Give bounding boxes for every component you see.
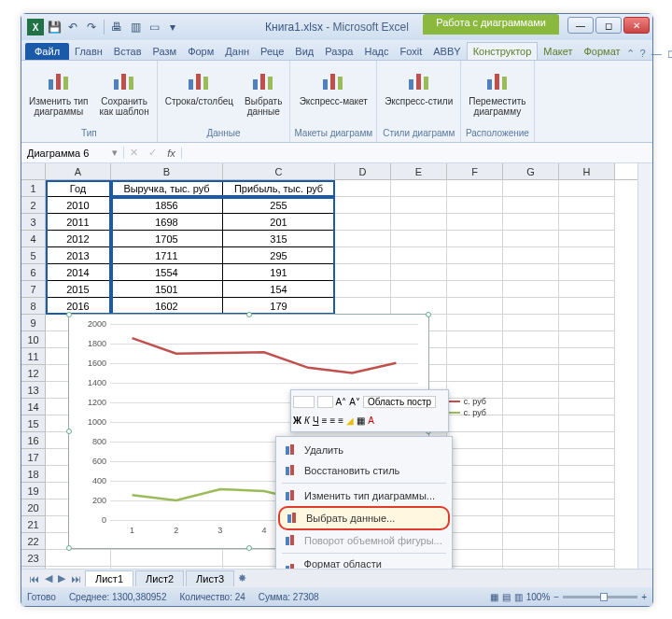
cell[interactable] [111,550,223,567]
menu-change-type[interactable]: Изменить тип диаграммы... [278,485,450,506]
chart-series-line[interactable] [133,338,397,373]
tab-review[interactable]: Реце [255,43,289,60]
fill-color-icon[interactable]: ◢ [346,415,354,426]
row-header[interactable]: 18 [21,466,46,483]
tab-chart-design[interactable]: Конструктор [467,42,539,60]
view-pagebreak-icon[interactable]: ▥ [514,592,523,602]
cell[interactable] [559,214,615,231]
cell[interactable]: 191 [223,264,335,281]
cell[interactable] [447,483,503,499]
qat-undo-icon[interactable]: ↶ [64,19,81,35]
cell[interactable] [503,550,559,567]
cell[interactable]: 1856 [111,197,223,214]
row-header[interactable]: 2 [21,197,46,214]
cell[interactable] [46,567,111,569]
tab-foxit[interactable]: Foxit [394,43,427,60]
cell[interactable] [391,197,447,214]
cell[interactable] [503,415,559,432]
cell[interactable] [503,449,559,466]
chart-legend[interactable]: с. рубс. руб [447,395,486,419]
row-header[interactable]: 3 [21,214,46,231]
mdi-max-icon[interactable]: ◻ [667,48,672,60]
shrink-font-icon[interactable]: A˅ [349,397,360,407]
chart-area-dropdown[interactable]: Область постр [363,396,436,408]
close-button[interactable]: ✕ [623,17,650,34]
zoom-slider[interactable] [563,596,637,598]
cell[interactable] [111,567,223,569]
sheet-nav-next-icon[interactable]: ▶ [56,572,67,584]
col-header[interactable]: C [223,163,335,179]
align-right-icon[interactable]: ≡ [338,415,343,426]
row-header[interactable]: 23 [21,550,46,567]
cell[interactable]: 2014 [46,264,111,281]
border-icon[interactable]: ▦ [357,415,365,426]
cell[interactable] [503,516,559,533]
cell[interactable]: 1711 [111,247,223,264]
cell[interactable] [447,533,503,550]
cell[interactable] [559,247,615,264]
name-box[interactable]: Диаграмма 6▾ [21,147,124,159]
cell[interactable] [503,315,559,331]
tab-chart-layout[interactable]: Макет [538,43,578,60]
maximize-button[interactable]: ◻ [595,17,622,34]
cell[interactable]: 2010 [46,197,111,214]
sheet-nav-last-icon[interactable]: ⏭ [69,573,83,584]
cell[interactable] [559,197,615,214]
italic-icon[interactable]: К [304,415,310,426]
cell[interactable]: 1602 [111,298,223,315]
cell[interactable] [447,214,503,231]
cell[interactable] [503,533,559,550]
cell[interactable]: 1554 [111,264,223,281]
cell[interactable] [447,231,503,247]
cell[interactable]: 2011 [46,214,111,231]
tab-abbyy[interactable]: ABBY [427,43,466,60]
row-header[interactable]: 1 [21,180,46,197]
row-header[interactable]: 21 [21,516,46,533]
cell[interactable] [503,247,559,264]
view-pagelayout-icon[interactable]: ▤ [502,592,511,602]
cell[interactable] [391,264,447,281]
cell[interactable] [503,499,559,516]
menu-format-plot-area[interactable]: Формат области построения... [278,556,450,569]
switch-row-col[interactable]: Строка/столбец [161,63,237,126]
cell[interactable] [391,281,447,298]
cell[interactable]: 1705 [111,231,223,247]
tab-pagelayout[interactable]: Разм [147,43,183,60]
cell[interactable] [447,432,503,449]
cell[interactable] [503,399,559,415]
sheet-nav-prev-icon[interactable]: ◀ [43,572,54,584]
cell[interactable]: Выручка, тыс. руб [111,180,223,197]
view-normal-icon[interactable]: ▦ [490,592,498,602]
qat-redo-icon[interactable]: ↷ [83,19,100,35]
col-header[interactable]: F [447,163,503,179]
legend-item[interactable]: с. руб [447,408,486,417]
vertical-scrollbar[interactable] [637,163,652,569]
qat-new-icon[interactable]: ▭ [146,19,162,35]
row-header[interactable]: 8 [21,298,46,315]
row-header[interactable]: 13 [21,382,46,399]
cell[interactable] [447,298,503,315]
cell[interactable] [559,281,615,298]
align-left-icon[interactable]: ≡ [322,415,328,426]
cell[interactable]: 201 [223,214,335,231]
cell[interactable] [559,415,615,432]
col-header[interactable]: A [46,163,111,179]
row-header[interactable]: 4 [21,231,46,247]
cell[interactable] [503,483,559,499]
tab-insert[interactable]: Встав [108,43,147,60]
minimize-button[interactable]: — [567,17,594,34]
row-header[interactable]: 5 [21,247,46,264]
cell[interactable] [391,247,447,264]
cell[interactable] [559,264,615,281]
save-as-template[interactable]: Сохранитькак шаблон [95,63,152,126]
cell[interactable] [559,298,615,315]
cell[interactable] [447,449,503,466]
cell[interactable] [335,281,391,298]
row-header[interactable]: 9 [21,315,46,331]
font-size-dropdown[interactable] [317,396,333,408]
cell[interactable] [559,331,615,348]
cell[interactable] [447,365,503,382]
cell[interactable] [559,449,615,466]
cell[interactable] [503,365,559,382]
zoom-out-icon[interactable]: − [553,592,559,602]
